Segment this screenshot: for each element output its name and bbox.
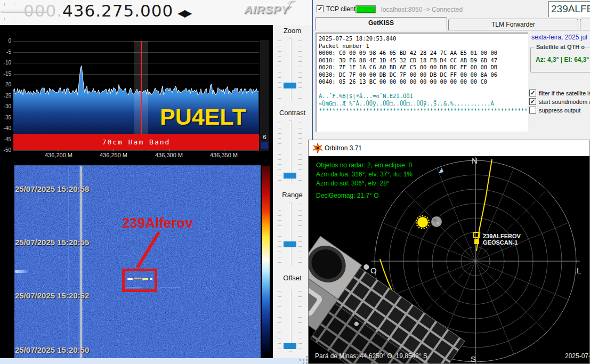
slider-label-offset: Offset: [273, 274, 312, 282]
slider-handle-range[interactable]: [284, 241, 296, 247]
slider-tick: [298, 225, 302, 226]
slider-tick: [278, 262, 281, 263]
slider-tick: [298, 51, 302, 52]
slider-tick: [278, 210, 281, 211]
slider-tick: [278, 180, 281, 181]
slider-tick: [278, 220, 281, 221]
slider-tick: [278, 257, 281, 257]
qth-location-status: Pará de Minas: 44,6250° O, 19,8542° S: [315, 352, 427, 360]
slider-track-zoom[interactable]: [289, 38, 292, 101]
satellite-name-field[interactable]: 239ALFEROV: [548, 1, 590, 17]
satellite-marker-geoscan[interactable]: [474, 239, 479, 244]
option-checkbox-2[interactable]: ✓: [529, 98, 536, 105]
radar-spoke: [382, 223, 475, 261]
slider-label-range: Range: [273, 191, 312, 199]
slider-tick: [298, 133, 302, 134]
slider-tick: [278, 159, 281, 160]
resize-grip[interactable]: [306, 356, 308, 358]
volume-tick: [4, 3, 5, 6]
signal-meter-value: 6: [260, 134, 269, 140]
option-checkbox-3[interactable]: [529, 107, 536, 114]
packet-log-line: [319, 86, 525, 93]
slider-tick: [298, 262, 302, 263]
slider-track-offset[interactable]: [289, 289, 292, 352]
tab-getkiss[interactable]: GetKISS: [315, 17, 447, 30]
moon-crater: [433, 219, 437, 222]
frequency-tick-label: 436,250 M: [95, 152, 132, 158]
compass-north: N: [472, 156, 478, 165]
frequency-display[interactable]: 000.436.275.000◀▶: [23, 1, 191, 20]
slider-tick: [278, 225, 281, 226]
slider-tick: [278, 252, 281, 252]
display-sliders-panel: ZoomContrastRangeOffset: [273, 25, 312, 358]
frequency-value: 436.275.000: [62, 1, 173, 20]
volume-tick: [4, 18, 5, 20]
compass-east: L: [577, 266, 581, 275]
radar-info-line: DeclGeomag: 21,7° O: [316, 192, 379, 199]
radar-spoke: [475, 190, 547, 261]
slider-tick: [298, 302, 302, 302]
slider-tick: [298, 41, 302, 41]
annotation-box: [122, 269, 157, 292]
slider-tick: [278, 143, 281, 144]
getkiss-window: ✓ TCP client localhost:8050 -> Connected…: [312, 0, 590, 140]
slider-tick: [298, 252, 302, 252]
slider-tick: [278, 241, 281, 242]
volume-tick: [14, 18, 14, 20]
slider-track-range[interactable]: [289, 203, 292, 265]
volume-tick: [14, 3, 14, 6]
slider-tick: [278, 306, 281, 307]
slider-tick: [278, 296, 281, 297]
spectrum-display[interactable]: 0-5-10-15-20-25-30-35-40-45-50 70cm Ham …: [0, 25, 273, 160]
packet-log[interactable]: 2025-07-25 18:20:53.840Packet number 100…: [316, 33, 528, 132]
slider-tick: [298, 210, 302, 211]
slider-tick: [278, 61, 281, 62]
slider-label-contrast: Contrast: [273, 109, 312, 117]
slider-tick: [298, 296, 302, 297]
spectrum-db-label: -25: [0, 93, 11, 99]
signal-meter-indicator: [261, 142, 268, 149]
slider-tick: [298, 77, 302, 78]
slider-tick: [278, 123, 281, 123]
slider-tick: [278, 333, 281, 333]
resize-grip[interactable]: [303, 359, 304, 361]
annotation-arrow: [0, 160, 273, 358]
slider-tick: [298, 246, 302, 247]
tune-step-arrows-icon[interactable]: ◀▶: [177, 7, 191, 19]
spectrum-db-label: 0: [0, 38, 11, 44]
slider-handle-zoom[interactable]: [284, 83, 296, 88]
slider-handle-contrast[interactable]: [284, 173, 296, 179]
orbitron-titlebar[interactable]: Orbitron 3.71: [309, 140, 589, 156]
slider-tick: [298, 241, 302, 242]
orbitron-app-icon: [313, 143, 322, 153]
waterfall-display[interactable]: 25/07/2025 15:20:5825/07/2025 15:20:5525…: [0, 160, 273, 358]
frequency-tick: [114, 149, 114, 151]
frequency-tick-label: 436,300 M: [150, 152, 188, 158]
resize-grip[interactable]: [306, 359, 308, 361]
slider-tick: [278, 231, 281, 231]
packet-trace: [150, 278, 152, 280]
slider-tick: [278, 51, 281, 52]
slider-handle-offset[interactable]: [284, 343, 296, 349]
band-plan-banner: 70cm Ham Band: [13, 134, 259, 150]
slider-tick: [298, 306, 302, 307]
slider-tick: [278, 82, 281, 83]
tab-partial[interactable]: [580, 19, 590, 30]
resize-grip[interactable]: [300, 359, 301, 361]
airspy-logo-text: AIRSPY: [244, 3, 289, 15]
current-date-label: sexta-feira, 2025 jul: [531, 34, 587, 41]
slider-tick: [298, 56, 302, 56]
radar-view[interactable]: Objetos no radar: 2, em eclipse: 0Azm da…: [309, 156, 589, 363]
slider-tick: [298, 159, 302, 160]
option-checkbox-1[interactable]: ✓: [529, 90, 536, 96]
frequency-tick: [169, 149, 169, 151]
slider-tick: [278, 72, 281, 72]
radar-spoke: [437, 168, 475, 261]
slider-tick: [298, 138, 302, 139]
tcp-client-checkbox[interactable]: ✓: [317, 5, 324, 12]
tab-tlm-forwarder[interactable]: TLM Forwarder: [448, 19, 578, 30]
slider-tick: [298, 87, 302, 88]
spectrum-db-label: -15: [0, 71, 11, 77]
spectrum-db-label: -50: [0, 148, 11, 153]
packet-log-line: 0010: 3D F6 88 4E 1D 45 32 CD 18 FB D4 C…: [319, 57, 525, 64]
